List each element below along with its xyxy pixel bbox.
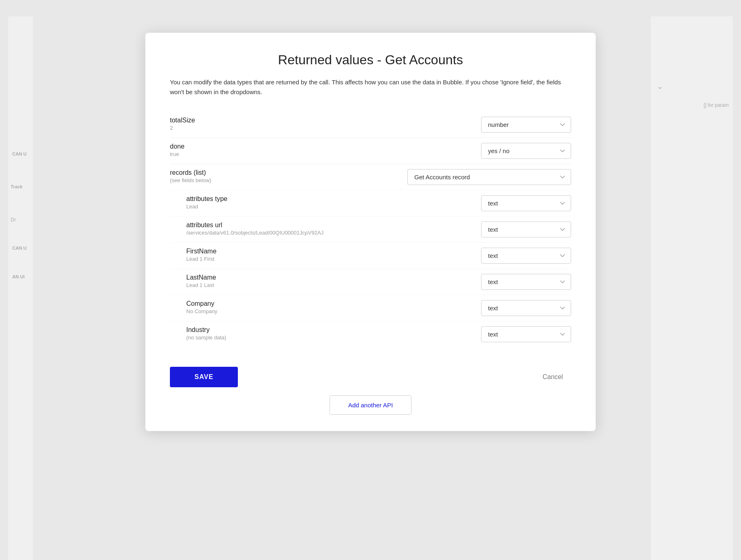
- field-select-done[interactable]: yes / no text number ignore field: [481, 143, 571, 159]
- field-sub-totalsize: 2: [170, 125, 293, 131]
- left-sidebar-bg: [8, 16, 33, 560]
- subfield-label-attributes-url: attributes url /services/data/v61.0/sobj…: [186, 221, 323, 236]
- field-name-done: done: [170, 143, 293, 150]
- save-button[interactable]: SAVE: [170, 367, 238, 387]
- subfield-name-lastname: LastName: [186, 274, 309, 281]
- field-label-totalsize: totalSize 2: [170, 117, 293, 131]
- subfield-row-firstname: FirstName Lead 1 First text number yes /…: [170, 242, 571, 269]
- field-sub-records: (see fields below): [170, 177, 293, 183]
- subfield-sub-attributes-type: Lead: [186, 203, 309, 210]
- field-name-records: records (list): [170, 169, 293, 176]
- field-select-totalsize[interactable]: number text yes / no ignore field: [481, 117, 571, 133]
- subfield-select-attributes-url[interactable]: text number yes / no ignore field: [481, 221, 571, 237]
- subfield-name-firstname: FirstName: [186, 248, 309, 255]
- param-hint: [] for param: [704, 102, 729, 108]
- subfield-row-attributes-type: attributes type Lead text number yes / n…: [170, 190, 571, 216]
- subfield-label-firstname: FirstName Lead 1 First: [186, 248, 309, 262]
- subfield-select-lastname[interactable]: text number yes / no ignore field: [481, 274, 571, 290]
- left-can-label-1: CAN U: [12, 151, 27, 156]
- subfield-sub-lastname: Lead 1 Last: [186, 282, 309, 288]
- field-label-records: records (list) (see fields below): [170, 169, 293, 183]
- field-row-totalsize: totalSize 2 number text yes / no ignore …: [170, 112, 571, 138]
- field-sub-done: true: [170, 151, 293, 157]
- field-name-totalsize: totalSize: [170, 117, 293, 124]
- subfield-sub-company: No Company: [186, 308, 309, 314]
- field-label-done: done true: [170, 143, 293, 157]
- subfield-label-attributes-type: attributes type Lead: [186, 195, 309, 210]
- modal-dialog: Returned values - Get Accounts You can m…: [145, 33, 596, 431]
- left-can-label-2: CAN U: [12, 246, 27, 251]
- left-track-label: Track: [11, 184, 23, 189]
- subfield-select-attributes-type[interactable]: text number yes / no ignore field: [481, 195, 571, 211]
- modal-overlay: CAN U Track Dr CAN U AN UI ⌄ [] for para…: [8, 16, 733, 560]
- field-row-records: records (list) (see fields below) Get Ac…: [170, 164, 571, 190]
- subfield-name-company: Company: [186, 300, 309, 307]
- subfield-select-company[interactable]: text number yes / no ignore field: [481, 300, 571, 316]
- subfield-label-lastname: LastName Lead 1 Last: [186, 274, 309, 288]
- subfield-name-attributes-type: attributes type: [186, 195, 309, 203]
- add-api-button[interactable]: Add another API: [330, 395, 411, 415]
- left-dr-label: Dr: [11, 217, 16, 223]
- subfield-sub-firstname: Lead 1 First: [186, 256, 309, 262]
- subfield-row-lastname: LastName Lead 1 Last text number yes / n…: [170, 269, 571, 295]
- subfield-row-attributes-url: attributes url /services/data/v61.0/sobj…: [170, 216, 571, 242]
- subfield-name-industry: Industry: [186, 326, 309, 334]
- field-row-done: done true yes / no text number ignore fi…: [170, 138, 571, 164]
- field-select-records[interactable]: Get Accounts record text ignore field: [407, 169, 571, 185]
- modal-title: Returned values - Get Accounts: [170, 52, 571, 68]
- subfield-label-industry: Industry (no sample data): [186, 326, 309, 341]
- subfield-sub-industry: (no sample data): [186, 334, 309, 341]
- modal-description: You can modify the data types that are r…: [170, 77, 571, 97]
- subfield-name-attributes-url: attributes url: [186, 221, 323, 229]
- subfield-select-industry[interactable]: text number yes / no ignore field: [481, 326, 571, 342]
- left-an-ul-label: AN UI: [12, 274, 25, 279]
- modal-actions: SAVE Cancel: [170, 362, 571, 387]
- subfield-label-company: Company No Company: [186, 300, 309, 314]
- subfield-row-industry: Industry (no sample data) text number ye…: [170, 321, 571, 347]
- cancel-button[interactable]: Cancel: [534, 367, 571, 387]
- right-sidebar-bg: [651, 16, 733, 560]
- subfield-sub-attributes-url: /services/data/v61.0/sobjects/Lead/00QIU…: [186, 230, 323, 236]
- subfield-row-company: Company No Company text number yes / no …: [170, 295, 571, 321]
- subfield-select-firstname[interactable]: text number yes / no ignore field: [481, 248, 571, 264]
- chevron-down-icon: ⌄: [657, 82, 663, 91]
